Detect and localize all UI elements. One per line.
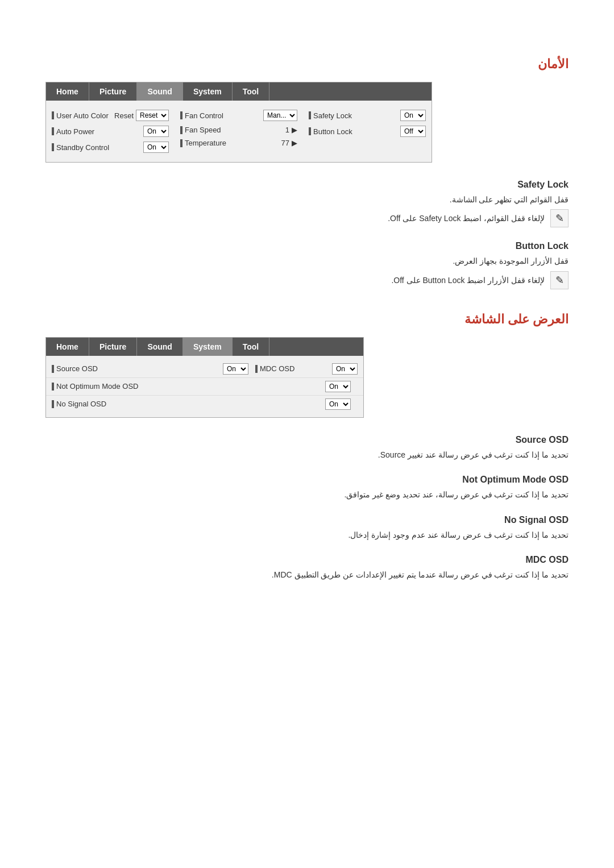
not-optimum-osd-title: Not Optimum Mode OSD	[45, 475, 569, 485]
row-label: Source OSD	[56, 364, 223, 373]
row-label: MDC OSD	[260, 364, 332, 373]
row-label: Safety Lock	[313, 111, 400, 120]
row-select[interactable]: OnOff	[223, 363, 248, 375]
button-lock-icon-row: لإلغاء قفل الأزرار اضبط Button Lock على …	[45, 271, 569, 289]
row-select[interactable]: Reset	[136, 110, 169, 121]
row-select[interactable]: Man...Auto	[263, 110, 297, 121]
row-select[interactable]: OnOff	[400, 110, 426, 121]
row-label: Not Optimum Mode OSD	[56, 382, 325, 391]
tab2-system[interactable]: System	[183, 338, 233, 356]
tab1-picture[interactable]: Picture	[89, 82, 137, 101]
row-bar	[180, 139, 182, 147]
row-select[interactable]: OnOff	[325, 381, 351, 392]
row-select[interactable]: OnOff	[143, 126, 169, 137]
button-lock-desc2: لإلغاء قفل الأزرار اضبط Button Lock على …	[391, 276, 545, 285]
row-label: Standby Control	[56, 143, 143, 152]
safety-lock-title: Safety Lock	[45, 180, 569, 190]
mdc-osd-desc: تحديد ما إذا كنت ترغب في عرض رسالة عندما…	[45, 568, 569, 581]
table1-col1: User Auto Color Reset Reset Auto Power O…	[46, 105, 175, 157]
safety-lock-desc2: لإلغاء قفل القوائم، اضبط Safety Lock على…	[388, 214, 545, 223]
row-value: 1	[285, 126, 289, 134]
row-bar	[52, 111, 54, 119]
row-select[interactable]: OffOn	[400, 126, 426, 137]
button-lock-desc1: قفل الأزرار الموجودة بجهاز العرض.	[45, 255, 569, 267]
row-bar	[180, 111, 182, 119]
table-row: Button Lock OffOn	[309, 123, 426, 139]
source-osd-title: Source OSD	[45, 435, 569, 445]
section2-heading: العرض على الشاشة	[45, 312, 569, 327]
table1-header: Home Picture Sound System Tool	[46, 82, 432, 101]
table-row: No Signal OSD OnOff	[46, 396, 363, 413]
table2-body: Source OSD OnOff MDC OSD OnOff Not Optim…	[46, 356, 363, 417]
table1: Home Picture Sound System Tool User Auto…	[45, 82, 432, 163]
row-bar	[309, 127, 311, 135]
table-row: Safety Lock OnOff	[309, 107, 426, 123]
safety-lock-desc1: قفل القوائم التي تظهر على الشاشة.	[45, 193, 569, 206]
table-row: Standby Control OnOff	[52, 139, 169, 155]
table1-col3: Safety Lock OnOff Button Lock OffOn	[303, 105, 432, 157]
table-row: Auto Power OnOff	[52, 123, 169, 139]
row-value: 77	[281, 139, 289, 147]
row-label: Fan Speed	[185, 126, 285, 134]
pencil-icon: ✎	[550, 209, 569, 227]
button-lock-title: Button Lock	[45, 241, 569, 251]
row-bar	[52, 365, 54, 373]
row-select[interactable]: OnOff	[332, 363, 358, 375]
row-bar	[180, 126, 182, 134]
row-label: Auto Power	[56, 127, 143, 136]
tab2-tool[interactable]: Tool	[233, 338, 270, 356]
row-bar	[52, 143, 54, 151]
no-signal-osd-title: No Signal OSD	[45, 515, 569, 525]
table2: Home Picture Sound System Tool Source OS…	[45, 337, 364, 418]
safety-lock-icon-row: لإلغاء قفل القوائم، اضبط Safety Lock على…	[45, 209, 569, 227]
row-label: User Auto Color	[56, 111, 114, 120]
no-signal-osd-desc: تحديد ما إذا كنت ترغب ف عرض رسالة عند عد…	[45, 529, 569, 541]
source-osd-desc: تحديد ما إذا كنت ترغب في عرض رسالة عند ت…	[45, 448, 569, 461]
row-select[interactable]: OnOff	[143, 142, 169, 153]
tab1-sound[interactable]: Sound	[137, 82, 183, 101]
arrow-right-icon: ▶	[292, 139, 297, 147]
row-label: Temperature	[185, 139, 281, 147]
table2-header: Home Picture Sound System Tool	[46, 338, 363, 356]
arrow-right-icon: ▶	[292, 126, 297, 134]
row-bar	[52, 383, 54, 391]
pencil-icon: ✎	[550, 271, 569, 289]
row-right-col: MDC OSD OnOff	[255, 363, 358, 375]
table-row: Fan Speed 1 ▶	[180, 123, 297, 136]
table-row: User Auto Color Reset Reset	[52, 107, 169, 123]
table1-col2: Fan Control Man...Auto Fan Speed 1 ▶ Tem…	[175, 105, 303, 157]
row-select[interactable]: OnOff	[325, 398, 351, 410]
row-bar	[52, 400, 54, 408]
tab1-system[interactable]: System	[183, 82, 233, 101]
row-value: Reset	[114, 111, 134, 120]
section1-heading: الأمان	[45, 57, 569, 72]
row-bar	[52, 127, 54, 135]
tab2-picture[interactable]: Picture	[89, 338, 137, 356]
row-label: Button Lock	[313, 127, 400, 136]
table-row: Source OSD OnOff MDC OSD OnOff	[46, 360, 363, 378]
tab2-sound[interactable]: Sound	[137, 338, 183, 356]
tab1-home[interactable]: Home	[46, 82, 89, 101]
tab1-tool[interactable]: Tool	[233, 82, 270, 101]
row-bar	[255, 365, 258, 373]
table-row: Temperature 77 ▶	[180, 136, 297, 149]
table-row: Not Optimum Mode OSD OnOff	[46, 378, 363, 396]
table1-body: User Auto Color Reset Reset Auto Power O…	[46, 101, 432, 162]
not-optimum-osd-desc: تحديد ما إذا كنت ترغب في عرض رسالة، عند …	[45, 488, 569, 501]
row-bar	[309, 111, 311, 119]
mdc-osd-title: MDC OSD	[45, 555, 569, 565]
row-label: No Signal OSD	[56, 400, 325, 408]
row-label: Fan Control	[185, 111, 263, 120]
table-row: Fan Control Man...Auto	[180, 107, 297, 123]
tab2-home[interactable]: Home	[46, 338, 89, 356]
